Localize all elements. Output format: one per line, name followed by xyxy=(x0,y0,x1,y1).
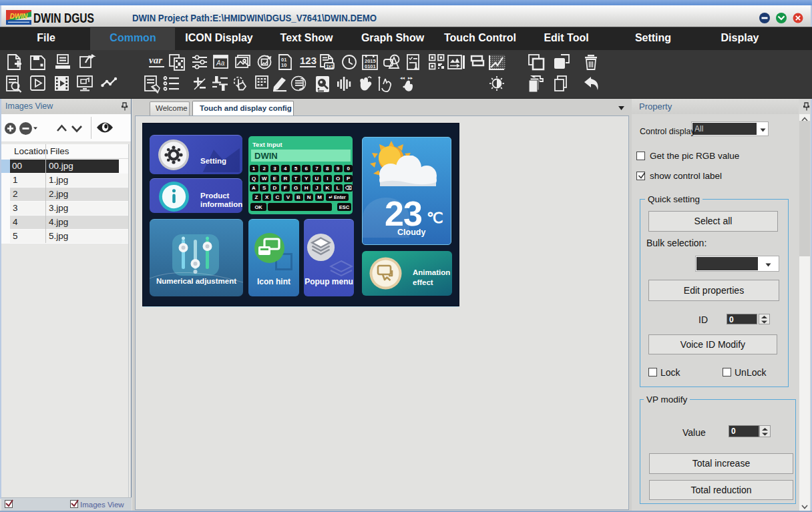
svg-text:1x1: 1x1 xyxy=(327,64,334,69)
svg-text:◂◂: ◂◂ xyxy=(400,75,405,80)
svg-text:10: 10 xyxy=(281,62,286,68)
svg-text:Aa: Aa xyxy=(216,59,225,67)
svg-text:▸▸: ▸▸ xyxy=(408,75,413,80)
svg-text:0101: 0101 xyxy=(365,63,376,69)
svg-text:DWIN: DWIN xyxy=(10,13,28,20)
svg-text:123: 123 xyxy=(300,55,317,66)
svg-text:var: var xyxy=(149,55,162,65)
